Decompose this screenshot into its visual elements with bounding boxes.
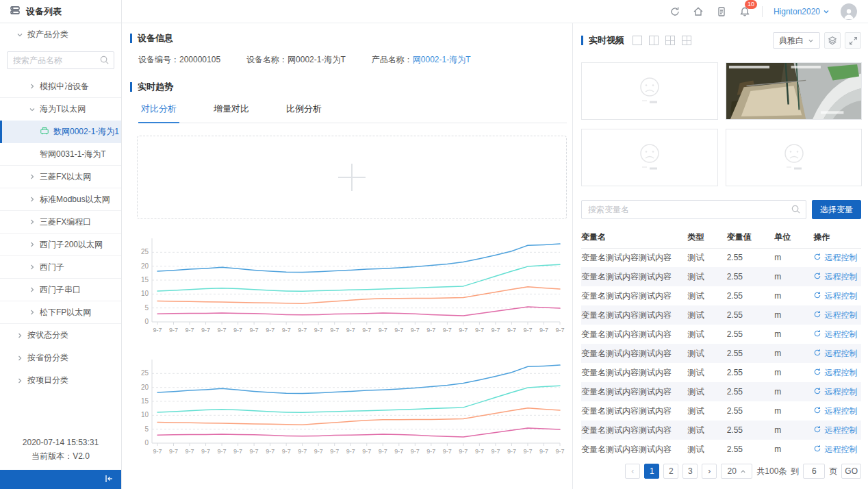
username-dropdown[interactable]: Hignton2020 [774, 7, 830, 16]
device-tree: 按产品分类模拟中冶设备海为T以太网数网0002-1-海为1智网0031-1-海为… [0, 23, 121, 436]
remote-control-label: 远程控制 [824, 329, 857, 340]
tree-item-label: 海为T以太网 [40, 103, 86, 115]
search-icon [99, 55, 110, 67]
select-variable-button[interactable]: 选择变量 [812, 200, 861, 219]
tree-item[interactable]: 按项目分类 [0, 369, 121, 392]
variable-search [581, 200, 806, 219]
variable-search-input[interactable] [581, 200, 806, 219]
layers-button[interactable] [824, 32, 841, 49]
tree-item[interactable]: 松下FP以太网 [0, 301, 121, 324]
cell-value: 2.55 [727, 440, 775, 459]
cell-name: 变量名测试内容测试内容 [581, 421, 687, 440]
tree-item[interactable]: 标准Modbus以太网 [0, 188, 121, 211]
svg-text:9-7: 9-7 [411, 448, 420, 455]
live-video-tile[interactable] [726, 62, 862, 120]
prev-page-button[interactable]: ‹ [625, 464, 640, 479]
layout-4-icon[interactable] [682, 36, 691, 45]
section-accent-bar [130, 82, 132, 92]
avatar[interactable] [841, 3, 857, 20]
tree-item-label: 按项目分类 [27, 375, 68, 386]
goto-page-input[interactable] [803, 464, 825, 479]
product-search-input[interactable] [7, 51, 114, 69]
remote-control-link[interactable]: 远程控制 [813, 386, 857, 398]
trend-tab[interactable]: 比例分析 [283, 103, 324, 123]
tree-item[interactable]: 按状态分类 [0, 324, 121, 347]
page-button[interactable]: 2 [663, 464, 678, 479]
info-field: 设备名称：网0002-1-海为T [246, 54, 346, 66]
svg-text:9-7: 9-7 [201, 327, 210, 334]
svg-text:9-7: 9-7 [330, 327, 339, 334]
cell-type: 测试 [687, 440, 726, 459]
chevron-right-icon [29, 241, 36, 248]
svg-text:9-7: 9-7 [330, 448, 339, 455]
svg-text:25: 25 [141, 248, 149, 255]
svg-text:9-7: 9-7 [346, 448, 355, 455]
video-panel: 实时视频 典雅白 [572, 23, 868, 489]
notifications-icon[interactable]: 10 [739, 5, 751, 18]
remote-control-link[interactable]: 远程控制 [813, 444, 857, 455]
tree-item[interactable]: 西门子 [0, 256, 121, 279]
remote-control-link[interactable]: 远程控制 [813, 252, 857, 264]
tree-item[interactable]: 西门子串口 [0, 279, 121, 301]
tree-item[interactable]: 数网0002-1-海为1 [0, 121, 121, 143]
tree-item[interactable]: 按产品分类 [0, 23, 121, 46]
svg-text:9-7: 9-7 [507, 327, 516, 334]
cell-value: 2.55 [727, 305, 775, 325]
svg-text:9-7: 9-7 [426, 448, 435, 455]
refresh-icon[interactable] [669, 5, 681, 18]
home-icon[interactable] [692, 5, 704, 18]
remote-control-link[interactable]: 远程控制 [813, 271, 857, 283]
layout-1-icon[interactable] [633, 36, 642, 45]
fullscreen-button[interactable] [845, 32, 861, 49]
cell-unit: m [774, 267, 813, 286]
video-placeholder-tile[interactable] [581, 129, 718, 186]
trend-tab[interactable]: 对比分析 [138, 103, 179, 123]
remote-control-link[interactable]: 远程控制 [813, 425, 857, 436]
document-icon[interactable] [715, 5, 728, 18]
video-placeholder-tile[interactable] [726, 129, 862, 186]
tree-item[interactable]: 三菱FX以太网 [0, 166, 121, 188]
page-button[interactable]: 3 [682, 464, 698, 479]
chevron-right-icon [16, 355, 23, 362]
tree-item[interactable]: 海为T以太网 [0, 98, 121, 121]
theme-select[interactable]: 典雅白 [773, 32, 820, 49]
table-row: 变量名测试内容测试内容测试2.55m远程控制 [581, 305, 861, 325]
video-placeholder-tile[interactable] [581, 62, 718, 120]
page-size-select[interactable]: 20 [721, 464, 752, 479]
remote-control-icon [813, 272, 821, 282]
device-list-icon [10, 5, 21, 18]
tree-item[interactable]: 西门子200以太网 [0, 234, 121, 256]
trend-tab[interactable]: 增量对比 [211, 103, 252, 123]
svg-text:9-7: 9-7 [491, 448, 500, 455]
remote-control-link[interactable]: 远程控制 [813, 290, 857, 302]
layout-3-icon[interactable] [665, 36, 675, 45]
page-button[interactable]: 1 [644, 464, 659, 479]
add-chart-dropzone[interactable] [137, 136, 567, 219]
svg-text:5: 5 [144, 304, 149, 312]
tree-item[interactable]: 模拟中冶设备 [0, 75, 121, 98]
tree-item[interactable]: 智网0031-1-海为T [0, 143, 121, 166]
tree-item[interactable]: 按省份分类 [0, 347, 121, 369]
tree-item-label: 数网0002-1-海为1 [53, 126, 119, 138]
cell-value: 2.55 [727, 267, 775, 286]
cell-unit: m [774, 248, 813, 267]
svg-text:9-7: 9-7 [266, 448, 275, 455]
column-header: 单位 [774, 227, 813, 248]
layout-2-icon[interactable] [649, 36, 659, 45]
collapse-sidebar-button[interactable] [0, 470, 121, 489]
theme-label: 典雅白 [779, 35, 804, 47]
remote-control-label: 远程控制 [824, 405, 857, 417]
topbar-divider [762, 6, 763, 17]
cell-value: 2.55 [727, 382, 775, 401]
remote-control-link[interactable]: 远程控制 [813, 405, 857, 417]
table-header-row: 变量名类型变量值单位操作 [581, 227, 861, 248]
product-name-link[interactable]: 网0002-1-海为T [413, 55, 471, 64]
remote-control-link[interactable]: 远程控制 [813, 367, 857, 379]
remote-control-link[interactable]: 远程控制 [813, 310, 857, 321]
next-page-button[interactable]: › [702, 464, 717, 479]
go-button[interactable]: GO [841, 464, 861, 479]
remote-control-link[interactable]: 远程控制 [813, 348, 857, 360]
remote-control-link[interactable]: 远程控制 [813, 329, 857, 340]
tree-item[interactable]: 三菱FX编程口 [0, 211, 121, 234]
svg-text:9-7: 9-7 [218, 327, 227, 334]
